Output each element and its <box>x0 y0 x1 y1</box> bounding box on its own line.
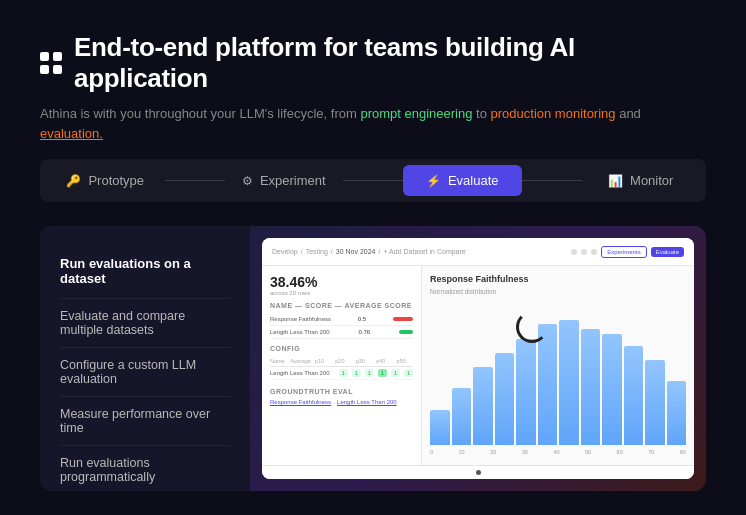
mock-bar-5 <box>516 339 536 446</box>
left-panel-item-run-evals[interactable]: Run evaluations on a dataset <box>60 246 230 299</box>
production-monitoring-highlight: production monitoring <box>491 106 616 121</box>
breadcrumb-add: + Add Dataset in Compare <box>383 248 465 255</box>
logo-icon <box>40 52 62 74</box>
mock-content: 38.46% across 20 rows Name — Score — Ave… <box>262 266 694 465</box>
mock-th-p40: p40 <box>376 358 392 364</box>
mock-bar-2 <box>452 388 472 445</box>
mock-topbar: Develop / Testing / 30 Nov 2024 / + Add … <box>262 238 694 266</box>
prompt-engineering-highlight: prompt engineering <box>360 106 472 121</box>
logo-dot-1 <box>40 52 49 61</box>
mock-config-table: Name Average p10 p20 p30 p40 p50 Length … <box>270 356 413 380</box>
mock-metric-name-1: Response Faithfulness <box>270 316 331 322</box>
key-icon: 🔑 <box>66 174 81 188</box>
mock-stat-label: across 20 rows <box>270 290 413 296</box>
left-panel: Run evaluations on a dataset Evaluate an… <box>40 226 250 491</box>
mock-td-p20-1: 1 <box>365 369 374 377</box>
mock-scores-section: Name — Score — Average Score <box>270 302 413 309</box>
mock-filter-length[interactable]: Length Less Than 200 <box>337 399 397 405</box>
mock-bar-chart <box>430 303 686 445</box>
mock-th-p50: p50 <box>397 358 413 364</box>
logo-dot-2 <box>53 52 62 61</box>
mock-right-panel: Response Faithfulness Normalized distrib… <box>422 266 694 465</box>
breadcrumb-sep2: / <box>331 248 333 255</box>
mock-bar-10 <box>624 346 644 445</box>
mock-x-40: 40 <box>553 449 559 455</box>
mock-x-70: 70 <box>648 449 654 455</box>
mock-bottom-dot <box>476 470 481 475</box>
left-panel-item-programmatic[interactable]: Run evaluations programmatically <box>60 446 230 491</box>
chart-icon: 📊 <box>608 174 623 188</box>
mock-topbar-dot3 <box>591 249 597 255</box>
mock-metric-score-1: 0.5 <box>358 316 366 322</box>
mock-bottom-bar <box>262 465 694 479</box>
mock-bar-1 <box>430 410 450 446</box>
sliders-icon: ⚙ <box>242 174 253 188</box>
tab-prototype[interactable]: 🔑 Prototype <box>46 165 165 196</box>
mock-td-p50-1: 1 <box>404 369 413 377</box>
nav-tabs: 🔑 Prototype ⚙ Experiment ⚡ Evaluate 📊 Mo… <box>40 159 706 202</box>
mock-loading-spinner <box>516 311 548 343</box>
mock-config-section: Config <box>270 345 413 352</box>
mock-left-panel: 38.46% across 20 rows Name — Score — Ave… <box>262 266 422 465</box>
logo-dot-3 <box>40 65 49 74</box>
mock-chart-title: Response Faithfulness <box>430 274 686 284</box>
mock-experiments-btn[interactable]: Experiments <box>601 246 646 258</box>
subtitle-middle: to <box>472 106 490 121</box>
mock-x-20: 20 <box>490 449 496 455</box>
mock-bar-11 <box>645 360 665 445</box>
mock-x-axis: 0 10 20 30 40 50 60 70 80 <box>430 447 686 457</box>
mock-filter-faithfulness[interactable]: Response Faithfulness <box>270 399 331 405</box>
title-row: End-to-end platform for teams building A… <box>40 32 706 94</box>
mock-metric-name-2: Length Less Than 200 <box>270 329 330 335</box>
mock-x-30: 30 <box>522 449 528 455</box>
mock-bar-4 <box>495 353 515 445</box>
evaluation-highlight: evaluation. <box>40 126 103 141</box>
tab-experiment-label: Experiment <box>260 173 326 188</box>
breadcrumb-testing: Testing <box>306 248 328 255</box>
mock-td-avg-1: 1 <box>339 369 348 377</box>
right-panel: Develop / Testing / 30 Nov 2024 / + Add … <box>250 226 706 491</box>
mock-topbar-dot1 <box>571 249 577 255</box>
mock-bar-red-1 <box>393 317 413 321</box>
main-content: Run evaluations on a dataset Evaluate an… <box>40 226 706 491</box>
mock-th-p30: p30 <box>356 358 372 364</box>
mock-x-60: 60 <box>617 449 623 455</box>
mock-groundtruth-section: Groundtruth Eval <box>270 388 413 395</box>
mock-x-10: 10 <box>459 449 465 455</box>
subtitle: Athina is with you throughout your LLM's… <box>40 104 706 143</box>
header-section: End-to-end platform for teams building A… <box>40 32 706 143</box>
bolt-icon: ⚡ <box>426 174 441 188</box>
breadcrumb-develop: Develop <box>272 248 298 255</box>
mock-td-p30-1: 1 <box>378 369 387 377</box>
left-panel-item-measure[interactable]: Measure performance over time <box>60 397 230 446</box>
tab-prototype-label: Prototype <box>88 173 144 188</box>
tab-evaluate[interactable]: ⚡ Evaluate <box>403 165 522 196</box>
subtitle-prefix: Athina is with you throughout your LLM's… <box>40 106 360 121</box>
logo-dot-4 <box>53 65 62 74</box>
tab-connector-1 <box>165 180 225 181</box>
mock-metric-length: Length Less Than 200 0.76 <box>270 326 413 339</box>
left-panel-item-compare[interactable]: Evaluate and compare multiple datasets <box>60 299 230 348</box>
tab-experiment[interactable]: ⚙ Experiment <box>225 165 344 196</box>
mock-bar-9 <box>602 334 622 445</box>
tab-monitor[interactable]: 📊 Monitor <box>582 165 701 196</box>
left-panel-item-custom-llm[interactable]: Configure a custom LLM evaluation <box>60 348 230 397</box>
mock-main-stat: 38.46% across 20 rows <box>270 274 413 296</box>
mock-th-p20: p20 <box>335 358 351 364</box>
mock-td-name-1: Length Less Than 200 <box>270 370 335 376</box>
breadcrumb-sep1: / <box>301 248 303 255</box>
mock-evaluate-btn[interactable]: Evaluate <box>651 247 684 257</box>
mock-bar-6 <box>538 324 558 445</box>
mock-config-row-1: Length Less Than 200 1 1 1 1 1 1 <box>270 367 413 380</box>
mock-topbar-dot2 <box>581 249 587 255</box>
mock-td-p40-1: 1 <box>391 369 400 377</box>
tab-connector-3 <box>522 180 582 181</box>
subtitle-and: and <box>616 106 641 121</box>
mock-stat-value: 38.46% <box>270 274 413 290</box>
mock-table-header: Name Average p10 p20 p30 p40 p50 <box>270 356 413 367</box>
mock-th-name: Name <box>270 358 286 364</box>
tab-connector-2 <box>343 180 403 181</box>
mock-chart-subtitle: Normalized distribution <box>430 288 686 295</box>
mock-topbar-right: Experiments Evaluate <box>571 246 684 258</box>
tab-monitor-label: Monitor <box>630 173 673 188</box>
